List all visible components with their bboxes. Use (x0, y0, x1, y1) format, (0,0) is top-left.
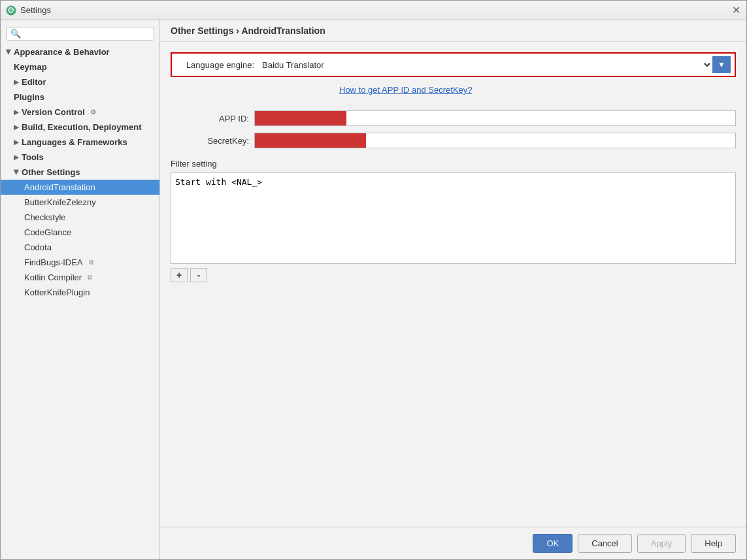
search-box[interactable]: 🔍 (6, 27, 154, 41)
sidebar-item-codota[interactable]: Codota (1, 240, 159, 255)
sidebar-item-codeglance[interactable]: CodeGlance (1, 225, 159, 240)
search-icon: 🔍 (10, 29, 21, 39)
sidebar-item-kotlin-compiler[interactable]: Kotlin Compiler ⚙ (1, 270, 159, 285)
app-id-input[interactable] (254, 110, 736, 126)
sidebar-item-keymap[interactable]: Keymap (1, 59, 159, 74)
ok-button[interactable]: OK (533, 534, 573, 553)
expand-arrow-icon: ▶ (14, 154, 19, 161)
expand-arrow-icon: ▶ (13, 170, 20, 175)
sidebar-item-build-execution[interactable]: ▶ Build, Execution, Deployment (1, 120, 159, 135)
svg-text:⚙: ⚙ (7, 5, 15, 15)
main-content: Language engine: Baidu Translator ▼ How … (160, 42, 746, 527)
filter-setting-label: Filter setting (171, 159, 736, 169)
add-filter-button[interactable]: + (171, 268, 188, 282)
language-engine-label: Language engine: (176, 60, 254, 70)
expand-arrow-icon: ▶ (14, 139, 19, 146)
language-engine-row: Language engine: Baidu Translator ▼ (171, 52, 736, 77)
sidebar-item-editor[interactable]: ▶ Editor (1, 74, 159, 90)
sidebar-item-findbugs[interactable]: FindBugs-IDEA ⚙ (1, 255, 159, 270)
sidebar-item-checkstyle[interactable]: Checkstyle (1, 210, 159, 225)
app-id-label: APP ID: (171, 114, 249, 124)
sidebar-item-other-settings[interactable]: ▶ Other Settings (1, 165, 159, 180)
remove-filter-button[interactable]: - (190, 268, 207, 282)
sidebar-item-kotterknife[interactable]: KotterKnifePlugin (1, 285, 159, 300)
search-input[interactable] (24, 29, 150, 39)
bottom-bar: OK Cancel Apply Help (160, 527, 746, 559)
title-bar: ⚙ Settings ✕ (1, 1, 746, 20)
info-icon: ⚙ (90, 108, 96, 116)
expand-arrow-icon: ▶ (14, 124, 19, 131)
main-panel: Other Settings › AndroidTranslation Lang… (160, 20, 746, 559)
secret-key-row: SecretKey: (171, 133, 736, 148)
expand-arrow-icon: ▶ (5, 50, 12, 55)
sidebar: 🔍 ▶ Appearance & Behavior Keymap ▶ Edito… (1, 20, 160, 559)
filter-textarea[interactable]: Start with <NAL_> (171, 173, 736, 264)
info-icon: ⚙ (87, 274, 93, 281)
sidebar-item-appearance-behavior[interactable]: ▶ Appearance & Behavior (1, 44, 159, 59)
breadcrumb: Other Settings › AndroidTranslation (160, 20, 746, 42)
secret-key-input[interactable] (254, 133, 736, 148)
sidebar-item-android-translation[interactable]: AndroidTranslation (1, 180, 159, 195)
help-button[interactable]: Help (691, 534, 736, 553)
info-icon: ⚙ (88, 259, 94, 266)
app-icon: ⚙ (6, 5, 16, 16)
close-button[interactable]: ✕ (731, 5, 741, 16)
secret-key-label: SecretKey: (171, 136, 249, 146)
sidebar-item-version-control[interactable]: ▶ Version Control ⚙ (1, 105, 159, 120)
window-title: Settings (20, 5, 731, 15)
sidebar-item-butterknife[interactable]: ButterKnifeZelezny (1, 195, 159, 210)
settings-window: ⚙ Settings ✕ 🔍 ▶ Appearance & Behavior K… (0, 0, 747, 560)
sidebar-item-languages-frameworks[interactable]: ▶ Languages & Frameworks (1, 135, 159, 150)
language-engine-select[interactable]: Baidu Translator (259, 59, 712, 71)
expand-arrow-icon: ▶ (14, 108, 19, 116)
expand-arrow-icon: ▶ (14, 78, 19, 86)
language-engine-dropdown-button[interactable]: ▼ (712, 56, 731, 73)
sidebar-item-tools[interactable]: ▶ Tools (1, 150, 159, 165)
cancel-button[interactable]: Cancel (578, 534, 631, 553)
sidebar-item-plugins[interactable]: Plugins (1, 90, 159, 105)
content-area: 🔍 ▶ Appearance & Behavior Keymap ▶ Edito… (1, 20, 746, 559)
apply-button[interactable]: Apply (637, 534, 686, 553)
filter-buttons: + - (171, 268, 736, 282)
app-id-row: APP ID: (171, 110, 736, 126)
filter-setting-section: Filter setting Start with <NAL_> + - (171, 159, 736, 282)
how-to-link[interactable]: How to get APP ID and SecretKey? (339, 85, 473, 95)
